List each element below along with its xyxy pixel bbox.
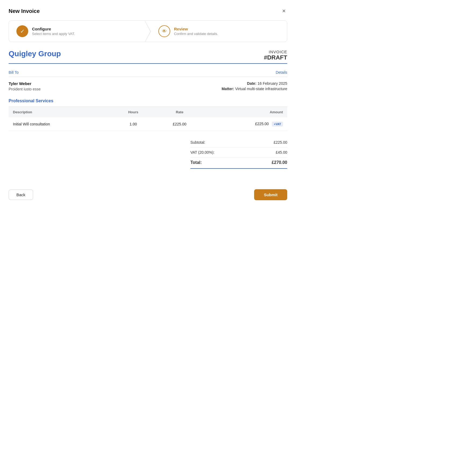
- review-label: Review: [174, 27, 218, 31]
- col-amount: Amount: [205, 107, 287, 117]
- step-review: 👁 Review Confirm and validate details.: [151, 21, 287, 42]
- row-hours: 1.00: [112, 117, 155, 131]
- bill-to-info: Tyler Weber Proident iusto esse: [9, 81, 41, 91]
- review-sublabel: Confirm and validate details.: [174, 32, 218, 36]
- bill-divider: [9, 77, 287, 77]
- total-label: Total:: [190, 160, 202, 165]
- modal-header: New Invoice ×: [9, 8, 287, 15]
- totals-section: Subtotal: £225.00 VAT (20.00%): £45.00 T…: [9, 138, 287, 169]
- invoice-label-wrap: INVOICE #DRAFT: [264, 50, 287, 61]
- back-button[interactable]: Back: [9, 189, 33, 200]
- configure-icon-circle: ✓: [16, 25, 28, 37]
- configure-label: Configure: [32, 27, 75, 31]
- section-header-row: Bill To Details: [9, 70, 287, 75]
- vat-label: VAT (20.00%):: [190, 150, 214, 154]
- configure-sublabel: Select items and apply VAT.: [32, 32, 75, 36]
- submit-button[interactable]: Submit: [254, 189, 287, 200]
- table-body: Initial Will consultation 1.00 £225.00 £…: [9, 117, 287, 131]
- subtotal-value: £225.00: [273, 140, 287, 145]
- details-link[interactable]: Details: [276, 70, 287, 75]
- bill-details-row: Tyler Weber Proident iusto esse Date: 16…: [9, 81, 287, 92]
- total-row: Total: £270.00: [190, 157, 287, 169]
- row-description: Initial Will consultation: [9, 117, 112, 131]
- invoice-draft: #DRAFT: [264, 54, 287, 61]
- table-header-row: Description Hours Rate Amount: [9, 107, 287, 117]
- step-divider: [145, 21, 151, 42]
- eye-icon: 👁: [162, 29, 167, 34]
- matter-row: Matter: Virtual multi-state infrastructu…: [222, 87, 287, 91]
- services-section-title: Professional Services: [9, 99, 287, 103]
- bill-to-name: Tyler Weber: [9, 81, 41, 86]
- vat-row: VAT (20.00%): £45.00: [190, 147, 287, 157]
- modal-title: New Invoice: [9, 8, 40, 14]
- steps-bar: ✓ Configure Select items and apply VAT. …: [9, 20, 287, 42]
- totals-table: Subtotal: £225.00 VAT (20.00%): £45.00 T…: [190, 138, 287, 169]
- items-table: Description Hours Rate Amount Initial Wi…: [9, 107, 287, 131]
- date-row: Date: 16 February 2025: [222, 81, 287, 86]
- row-amount: £225.00 +VAT: [205, 117, 287, 131]
- matter-label: Matter:: [222, 87, 234, 91]
- date-value: 16 February 2025: [257, 81, 287, 86]
- row-amount-value: £225.00: [255, 122, 269, 126]
- bill-to-link[interactable]: Bill To: [9, 70, 19, 75]
- bill-to-sub: Proident iusto esse: [9, 87, 41, 91]
- table-head: Description Hours Rate Amount: [9, 107, 287, 117]
- footer: Back Submit: [9, 185, 287, 200]
- invoice-label: INVOICE: [264, 50, 287, 54]
- col-hours: Hours: [112, 107, 155, 117]
- invoice-header: Quigley Group INVOICE #DRAFT: [9, 50, 287, 61]
- total-value: £270.00: [272, 160, 287, 165]
- vat-value: £45.00: [276, 150, 287, 154]
- review-text: Review Confirm and validate details.: [174, 27, 218, 36]
- divider-blue: [9, 63, 287, 64]
- invoice-meta: Date: 16 February 2025 Matter: Virtual m…: [222, 81, 287, 92]
- step-configure: ✓ Configure Select items and apply VAT.: [9, 21, 145, 42]
- company-name: Quigley Group: [9, 50, 61, 58]
- date-label: Date:: [247, 81, 257, 86]
- subtotal-row: Subtotal: £225.00: [190, 138, 287, 147]
- col-description: Description: [9, 107, 112, 117]
- col-rate: Rate: [154, 107, 205, 117]
- row-rate: £225.00: [154, 117, 205, 131]
- matter-value: Virtual multi-state infrastructure: [235, 87, 287, 91]
- table-row: Initial Will consultation 1.00 £225.00 £…: [9, 117, 287, 131]
- close-button[interactable]: ×: [280, 8, 287, 15]
- modal: New Invoice × ✓ Configure Select items a…: [0, 0, 296, 296]
- step-divider-inner: [145, 21, 150, 42]
- review-icon-circle: 👁: [158, 25, 170, 37]
- configure-text: Configure Select items and apply VAT.: [32, 27, 75, 36]
- vat-badge[interactable]: +VAT: [272, 122, 283, 126]
- checkmark-icon: ✓: [20, 28, 25, 34]
- subtotal-label: Subtotal:: [190, 140, 205, 145]
